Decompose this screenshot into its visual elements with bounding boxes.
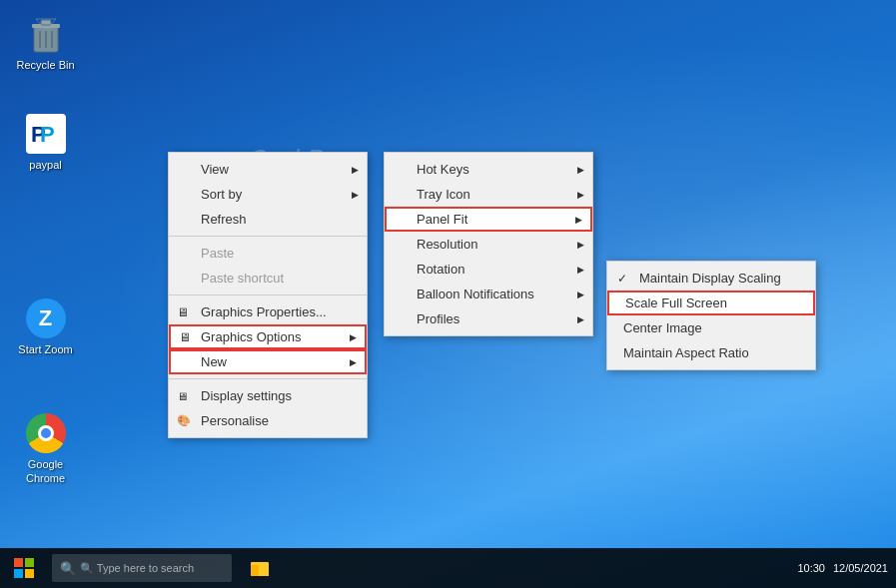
panel-fit-label: Panel Fit (417, 212, 467, 227)
separator-3 (169, 378, 367, 379)
menu-item-panel-fit[interactable]: Panel Fit (385, 207, 592, 232)
paypal-label: paypal (29, 158, 61, 172)
svg-rect-2 (41, 20, 51, 25)
chrome-icon (26, 413, 66, 453)
taskbar-icon-file-explorer[interactable] (240, 548, 280, 588)
desktop-icon-paypal[interactable]: P P paypal (8, 110, 83, 176)
menu-item-graphics-properties[interactable]: 🖥 Graphics Properties... (169, 299, 367, 324)
menu-item-display-settings[interactable]: 🖥 Display settings (169, 383, 367, 408)
menu-item-view[interactable]: View (169, 157, 367, 182)
menu-item-resolution[interactable]: Resolution (385, 232, 592, 257)
zoom-label: Start Zoom (18, 342, 72, 356)
menu-item-new[interactable]: New (169, 349, 367, 374)
menu-item-tray-icon[interactable]: Tray Icon (385, 182, 592, 207)
graphics-properties-icon: 🖥 (177, 305, 189, 319)
taskbar-pinned-icons (240, 548, 280, 588)
scale-full-screen-label: Scale Full Screen (625, 295, 727, 310)
sort-by-label: Sort by (201, 187, 242, 202)
menu-item-maintain-display-scaling[interactable]: Maintain Display Scaling (607, 266, 815, 291)
menu-item-scale-full-screen[interactable]: Scale Full Screen (607, 291, 815, 315)
desktop-icon-google-chrome[interactable]: Google Chrome (8, 409, 83, 490)
menu-item-paste[interactable]: Paste (169, 241, 367, 266)
desktop-icon-recycle-bin[interactable]: Recycle Bin (8, 10, 83, 76)
recycle-bin-label: Recycle Bin (16, 58, 74, 72)
paypal-icon: P P (26, 114, 66, 154)
display-settings-label: Display settings (201, 388, 292, 403)
recycle-bin-icon (26, 14, 66, 54)
graphics-options-icon: 🖥 (179, 330, 191, 344)
taskbar-time: 10:30 (797, 562, 825, 574)
svg-rect-12 (14, 569, 23, 578)
paste-label: Paste (201, 246, 234, 261)
menu-item-balloon-notifications[interactable]: Balloon Notifications (385, 282, 592, 306)
search-placeholder: 🔍 Type here to search (80, 562, 194, 575)
maintain-aspect-ratio-label: Maintain Aspect Ratio (623, 345, 749, 360)
panel-fit-submenu: Maintain Display Scaling Scale Full Scre… (606, 261, 816, 370)
svg-text:P: P (40, 122, 55, 147)
chrome-label: Google Chrome (12, 457, 79, 486)
separator-1 (169, 236, 367, 237)
desktop: CanhRau Recycle Bin P P paypal (0, 0, 896, 588)
menu-item-personalise[interactable]: 🎨 Personalise (169, 408, 367, 433)
view-label: View (201, 162, 229, 177)
svg-rect-10 (14, 558, 23, 567)
paste-shortcut-label: Paste shortcut (201, 271, 284, 286)
menu-item-refresh[interactable]: Refresh (169, 207, 367, 232)
svg-rect-11 (25, 558, 34, 567)
graphics-options-submenu: Hot Keys Tray Icon Panel Fit Resolution … (384, 152, 593, 336)
svg-rect-15 (251, 565, 259, 576)
new-label: New (201, 354, 227, 369)
desktop-icon-start-zoom[interactable]: Z Start Zoom (8, 294, 83, 360)
profiles-label: Profiles (417, 311, 459, 326)
zoom-icon: Z (26, 298, 66, 338)
menu-item-paste-shortcut[interactable]: Paste shortcut (169, 266, 367, 291)
refresh-label: Refresh (201, 212, 247, 227)
maintain-display-scaling-label: Maintain Display Scaling (639, 271, 781, 286)
svg-rect-16 (259, 565, 269, 576)
svg-rect-13 (25, 569, 34, 578)
display-settings-icon: 🖥 (177, 390, 188, 402)
personalise-label: Personalise (201, 413, 269, 428)
taskbar: 🔍 🔍 Type here to search 10:30 12/05/2021 (0, 548, 896, 588)
balloon-notifications-label: Balloon Notifications (417, 287, 534, 301)
menu-item-center-image[interactable]: Center Image (607, 315, 815, 340)
menu-item-maintain-aspect-ratio[interactable]: Maintain Aspect Ratio (607, 340, 815, 365)
personalise-icon: 🎨 (177, 414, 191, 427)
graphics-properties-label: Graphics Properties... (201, 304, 327, 319)
menu-item-hot-keys[interactable]: Hot Keys (385, 157, 592, 182)
center-image-label: Center Image (623, 320, 702, 335)
menu-item-sort-by[interactable]: Sort by (169, 182, 367, 207)
taskbar-search[interactable]: 🔍 🔍 Type here to search (52, 554, 232, 582)
graphics-options-label: Graphics Options (201, 329, 301, 344)
start-button[interactable] (0, 548, 48, 588)
hot-keys-label: Hot Keys (417, 162, 469, 177)
resolution-label: Resolution (417, 237, 477, 252)
menu-item-rotation[interactable]: Rotation (385, 257, 592, 282)
tray-icon-label: Tray Icon (417, 187, 470, 202)
separator-2 (169, 294, 367, 295)
menu-item-profiles[interactable]: Profiles (385, 306, 592, 331)
main-context-menu: View Sort by Refresh Paste Paste shortcu… (168, 152, 368, 438)
menu-item-graphics-options[interactable]: 🖥 Graphics Options (169, 324, 367, 349)
taskbar-date: 12/05/2021 (833, 562, 888, 574)
taskbar-system-area: 10:30 12/05/2021 (797, 562, 896, 574)
rotation-label: Rotation (417, 262, 464, 277)
